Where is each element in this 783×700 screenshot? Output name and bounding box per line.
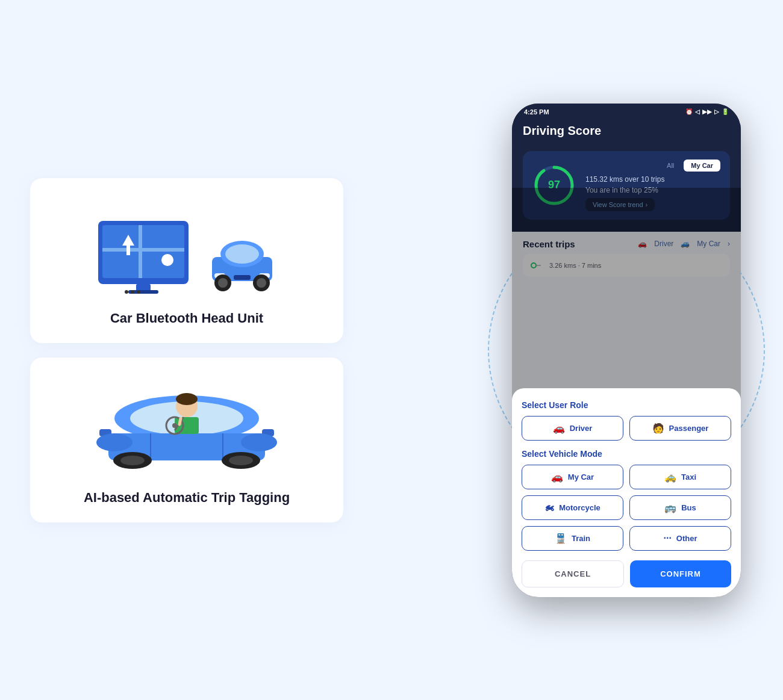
svg-point-30 [120, 456, 145, 465]
tab-all[interactable]: All [660, 160, 681, 172]
card-car-bluetooth: Car Bluetooth Head Unit [30, 178, 343, 343]
svg-point-39 [96, 433, 133, 451]
vehicle-grid: 🚗 My Car 🚕 Taxi 🏍 Motorcycle [522, 465, 731, 551]
svg-point-18 [218, 278, 228, 288]
role-section-title: Select User Role [522, 400, 731, 410]
train-label: Train [572, 534, 590, 543]
driver-role-button[interactable]: 🚗 Driver [522, 416, 623, 441]
car-bluetooth-illustration [90, 200, 283, 296]
bus-icon: 🚌 [664, 502, 676, 513]
role-options: 🚗 Driver 🧑 Passenger [522, 416, 731, 441]
vehicle-motorcycle-button[interactable]: 🏍 Motorcycle [522, 495, 623, 520]
ai-trip-illustration [90, 379, 283, 475]
driver-scene-svg [90, 382, 283, 475]
svg-point-8 [125, 290, 128, 294]
modal-sheet: Select User Role 🚗 Driver 🧑 Passenger [512, 388, 741, 597]
status-time: 4:25 PM [524, 108, 549, 116]
card1-title: Car Bluetooth Head Unit [110, 311, 263, 326]
svg-point-40 [241, 433, 277, 451]
vehicle-section-title: Select Vehicle Mode [522, 449, 731, 459]
phone-wrapper: 4:25 PM ⏰ ◁ ▶▶ ▷ 🔋 Driving Score [500, 91, 753, 609]
phone-screen: 4:25 PM ⏰ ◁ ▶▶ ▷ 🔋 Driving Score [512, 104, 741, 597]
signal-icon: ▶▶ [702, 108, 712, 115]
confirm-button[interactable]: CONFIRM [630, 560, 731, 587]
driver-role-label: Driver [570, 424, 593, 433]
score-stats-line1: 115.32 kms over 10 trips [585, 175, 720, 184]
mycar-label: My Car [568, 472, 594, 482]
cancel-button[interactable]: CANCEL [522, 560, 624, 587]
passenger-role-label: Passenger [669, 424, 709, 433]
location-icon: ◁ [695, 108, 700, 115]
alarm-icon: ⏰ [685, 108, 693, 115]
svg-rect-2 [102, 248, 184, 252]
passenger-role-icon: 🧑 [652, 423, 664, 434]
other-icon: ··· [663, 533, 671, 544]
svg-point-9 [131, 290, 134, 294]
svg-point-5 [161, 254, 173, 266]
mycar-icon: 🚗 [551, 471, 563, 483]
tab-mycar[interactable]: My Car [684, 160, 720, 172]
svg-point-13 [225, 244, 259, 264]
vehicle-other-button[interactable]: ··· Other [629, 526, 731, 551]
wifi-icon: ▷ [714, 108, 719, 115]
vehicle-train-button[interactable]: 🚆 Train [522, 526, 623, 551]
vehicle-taxi-button[interactable]: 🚕 Taxi [629, 465, 731, 489]
card2-title: AI-based Automatic Trip Tagging [84, 490, 290, 506]
status-icons: ⏰ ◁ ▶▶ ▷ 🔋 [685, 108, 729, 115]
card-ai-trip: AI-based Automatic Trip Tagging [30, 358, 343, 522]
phone-notch [596, 104, 657, 118]
left-panel: Car Bluetooth Head Unit [30, 178, 343, 522]
phone-device: 4:25 PM ⏰ ◁ ▶▶ ▷ 🔋 Driving Score [512, 104, 741, 597]
taxi-icon: 🚕 [664, 471, 676, 483]
vehicle-mycar-button[interactable]: 🚗 My Car [522, 465, 623, 489]
other-label: Other [676, 534, 697, 543]
svg-rect-16 [234, 275, 251, 280]
svg-line-38 [179, 418, 181, 424]
passenger-role-button[interactable]: 🧑 Passenger [629, 416, 731, 441]
train-icon: 🚆 [555, 533, 567, 544]
monitor-svg [95, 218, 192, 296]
battery-icon: 🔋 [722, 108, 729, 115]
modal-overlay: Select User Role 🚗 Driver 🧑 Passenger [512, 188, 741, 597]
svg-point-37 [172, 423, 177, 428]
svg-point-20 [257, 278, 266, 288]
svg-point-10 [137, 290, 140, 294]
taxi-label: Taxi [681, 472, 696, 482]
driving-score-title: Driving Score [523, 124, 601, 138]
svg-point-31 [229, 456, 253, 465]
svg-point-33 [176, 393, 198, 405]
motorcycle-label: Motorcycle [559, 503, 601, 512]
modal-actions: CANCEL CONFIRM [522, 560, 731, 587]
driver-role-icon: 🚗 [553, 423, 565, 434]
vehicle-bus-button[interactable]: 🚌 Bus [629, 495, 731, 520]
svg-rect-3 [139, 225, 142, 278]
car-front-svg [206, 230, 278, 296]
bus-label: Bus [681, 503, 696, 512]
motorcycle-icon: 🏍 [544, 502, 554, 513]
